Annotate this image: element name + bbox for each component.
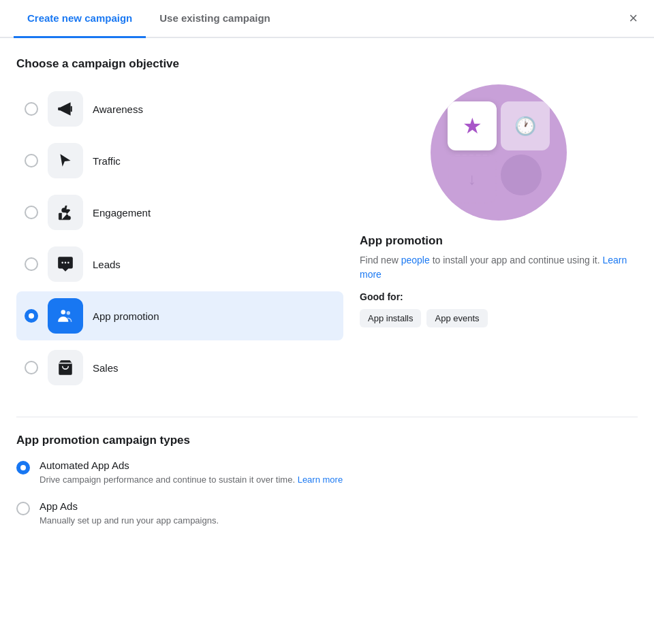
radio-sales[interactable]	[25, 361, 38, 374]
tab-create-new[interactable]: Create new campaign	[14, 0, 146, 38]
type-app-ads[interactable]: App Ads Manually set up and run your app…	[16, 500, 638, 528]
illustration-grid: ★ 🕐 ↓	[448, 101, 550, 204]
svg-point-1	[65, 262, 67, 264]
sales-label: Sales	[93, 362, 119, 374]
automated-desc: Drive campaign performance and continue …	[40, 473, 343, 487]
radio-app-ads[interactable]	[16, 502, 30, 515]
engagement-label: Engagement	[93, 207, 151, 219]
clock-icon: 🕐	[514, 116, 536, 137]
app-ads-option-content: App Ads Manually set up and run your app…	[40, 500, 219, 528]
cursor-icon	[57, 152, 74, 170]
radio-leads[interactable]	[25, 257, 38, 271]
campaign-types-section: App promotion campaign types Automated A…	[16, 417, 638, 527]
modal-content: Choose a campaign objective Awareness	[0, 38, 654, 560]
tag-app-events: App events	[426, 309, 487, 327]
objective-sales[interactable]: Sales	[16, 343, 343, 392]
type-automated-app-ads[interactable]: Automated App Ads Drive campaign perform…	[16, 460, 638, 487]
chat-icon	[57, 255, 74, 273]
leads-label: Leads	[93, 259, 121, 270]
right-panel: ★ 🕐 ↓ App promotion Fin	[360, 84, 638, 395]
app-promotion-icon-box	[48, 298, 83, 334]
objective-app-promotion[interactable]: App promotion	[16, 291, 343, 340]
objective-leads[interactable]: Leads	[16, 240, 343, 289]
radio-awareness[interactable]	[25, 102, 38, 116]
engagement-icon-box	[48, 195, 83, 230]
modal-container: Create new campaign Use existing campaig…	[0, 0, 654, 644]
objective-awareness[interactable]: Awareness	[16, 84, 343, 133]
star-card: ★	[448, 101, 497, 150]
svg-point-3	[61, 310, 66, 315]
awareness-icon-box	[48, 91, 83, 127]
app-promotion-label: App promotion	[93, 310, 159, 322]
automated-option-content: Automated App Ads Drive campaign perform…	[40, 460, 343, 487]
tag-app-installs: App installs	[360, 309, 421, 327]
download-arrow-icon: ↓	[468, 170, 476, 189]
good-for-label: Good for:	[360, 291, 638, 302]
tabs-bar: Create new campaign Use existing campaig…	[0, 0, 654, 38]
tags-container: App installs App events	[360, 309, 638, 327]
clock-card: 🕐	[501, 101, 550, 150]
desc-link[interactable]: people	[401, 255, 430, 265]
promo-title: App promotion	[360, 234, 638, 248]
download-card: ↓	[448, 155, 497, 204]
automated-label: Automated App Ads	[40, 460, 343, 471]
circle-card	[501, 155, 542, 195]
radio-traffic[interactable]	[25, 154, 38, 167]
sales-icon-box	[48, 350, 83, 385]
app-ads-label: App Ads	[40, 500, 219, 512]
promo-desc: Find new people to install your app and …	[360, 253, 638, 282]
star-icon: ★	[463, 113, 482, 139]
svg-point-4	[67, 311, 70, 315]
users-icon	[57, 307, 74, 325]
objectives-list: Awareness Traffic	[16, 84, 343, 395]
traffic-label: Traffic	[93, 155, 121, 167]
automated-desc-text: Drive campaign performance and continue …	[40, 474, 295, 485]
radio-automated[interactable]	[16, 461, 30, 474]
desc-part2: to install your app and continue using i…	[430, 255, 600, 265]
objective-engagement[interactable]: Engagement	[16, 188, 343, 237]
desc-part1: Find new	[360, 255, 401, 265]
radio-engagement[interactable]	[25, 206, 38, 219]
campaign-types-title: App promotion campaign types	[16, 434, 638, 447]
svg-point-2	[67, 262, 69, 264]
main-layout: Awareness Traffic	[16, 84, 638, 395]
traffic-icon-box	[48, 143, 83, 178]
automated-learn-more[interactable]: Learn more	[298, 474, 343, 485]
thumbsup-icon	[57, 204, 74, 221]
leads-icon-box	[48, 246, 83, 282]
tab-use-existing[interactable]: Use existing campaign	[146, 0, 284, 38]
close-button[interactable]: ×	[623, 8, 643, 29]
svg-point-0	[61, 262, 63, 264]
megaphone-icon	[57, 100, 74, 118]
app-ads-desc: Manually set up and run your app campaig…	[40, 514, 219, 528]
promo-illustration: ★ 🕐 ↓	[431, 84, 567, 221]
objective-traffic[interactable]: Traffic	[16, 136, 343, 185]
section-title: Choose a campaign objective	[16, 57, 638, 71]
bag-icon	[57, 359, 74, 376]
awareness-label: Awareness	[93, 103, 143, 115]
radio-app-promotion[interactable]	[25, 309, 38, 323]
